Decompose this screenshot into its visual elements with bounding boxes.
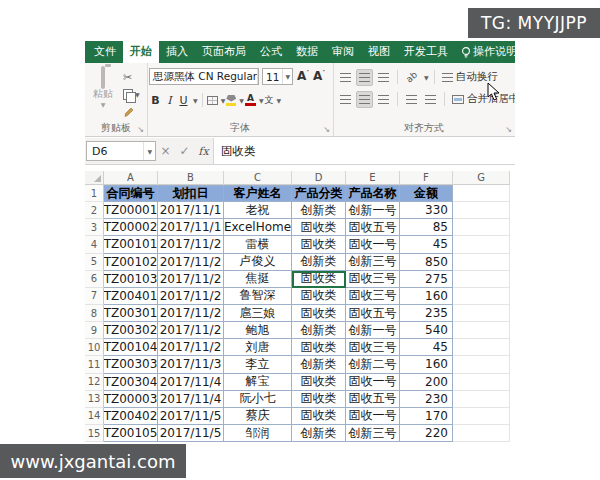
confirm-entry-button[interactable]: ✓ (175, 144, 194, 158)
ribbon-tab-开发工具[interactable]: 开发工具 (397, 41, 455, 63)
format-painter-button[interactable] (123, 103, 145, 120)
select-all-corner[interactable] (85, 171, 104, 185)
cell-E11[interactable]: 创新二号 (346, 356, 400, 373)
cell-B5[interactable]: 2017/11/2 (158, 254, 224, 271)
cell-D13[interactable]: 固收类 (292, 391, 346, 408)
cell-C5[interactable]: 卢俊义 (224, 254, 292, 271)
cut-button[interactable]: ✂ (123, 69, 145, 86)
name-box[interactable]: D6 ▼ (86, 141, 156, 161)
ribbon-tab-页面布局[interactable]: 页面布局 (195, 41, 253, 63)
cell-F6[interactable]: 275 (400, 271, 453, 288)
cell-E6[interactable]: 固收三号 (346, 271, 400, 288)
cell-B12[interactable]: 2017/11/4 (158, 374, 224, 391)
column-header-C[interactable]: C (224, 171, 292, 185)
cell-G15[interactable] (453, 425, 510, 442)
cell-E12[interactable]: 固收一号 (346, 374, 400, 391)
cell-B3[interactable]: 2017/11/1 (158, 219, 224, 236)
cell-F13[interactable]: 230 (400, 391, 453, 408)
cell-F3[interactable]: 85 (400, 219, 453, 236)
cell-D15[interactable]: 创新类 (292, 425, 346, 442)
cell-B15[interactable]: 2017/11/5 (158, 425, 224, 442)
cell-B2[interactable]: 2017/11/1 (158, 202, 224, 219)
cell-G3[interactable] (453, 219, 510, 236)
cell-B13[interactable]: 2017/11/4 (158, 391, 224, 408)
cell-G9[interactable] (453, 322, 510, 339)
alignment-dialog-launcher-icon[interactable]: ↘ (505, 126, 512, 134)
row-header-9[interactable]: 9 (85, 322, 104, 339)
cell-G12[interactable] (453, 374, 510, 391)
cell-G8[interactable] (453, 305, 510, 322)
column-header-E[interactable]: E (346, 171, 400, 185)
column-header-F[interactable]: F (400, 171, 453, 185)
row-header-4[interactable]: 4 (85, 236, 104, 253)
cell-B6[interactable]: 2017/11/2 (158, 271, 224, 288)
tell-me-lightbulb-icon[interactable] (461, 41, 471, 63)
cell-A2[interactable]: TZ00001 (104, 202, 158, 219)
cell-C9[interactable]: 鲍旭 (224, 322, 292, 339)
ribbon-tab-插入[interactable]: 插入 (159, 41, 195, 63)
cell-E14[interactable]: 固收一号 (346, 408, 400, 425)
tell-me-box[interactable]: 操作说明 (473, 41, 515, 63)
cell-F2[interactable]: 330 (400, 202, 453, 219)
row-header-5[interactable]: 5 (85, 254, 104, 271)
phonetic-guide-icon[interactable]: 文 (265, 95, 274, 105)
cell-E15[interactable]: 创新三号 (346, 425, 400, 442)
cell-B14[interactable]: 2017/11/5 (158, 408, 224, 425)
cell-B7[interactable]: 2017/11/2 (158, 288, 224, 305)
cell-B10[interactable]: 2017/11/2 (158, 339, 224, 356)
orientation-button[interactable]: ab (403, 69, 420, 86)
cell-C4[interactable]: 雷横 (224, 236, 292, 253)
font-color-dropdown-icon[interactable]: ▼ (259, 97, 264, 104)
cell-D5[interactable]: 创新类 (292, 254, 346, 271)
middle-align-button[interactable] (356, 69, 373, 86)
cell-G13[interactable] (453, 391, 510, 408)
font-size-dropdown-icon[interactable]: ▼ (282, 69, 292, 84)
cell-A1[interactable]: 合同编号 (104, 185, 158, 202)
cell-E4[interactable]: 固收一号 (346, 236, 400, 253)
fill-color-dropdown-icon[interactable]: ▼ (239, 97, 244, 104)
cell-A6[interactable]: TZ00103 (104, 271, 158, 288)
borders-icon[interactable] (207, 96, 218, 105)
cell-C2[interactable]: 老祝 (224, 202, 292, 219)
cell-F12[interactable]: 200 (400, 374, 453, 391)
cell-G5[interactable] (453, 254, 510, 271)
cell-D2[interactable]: 创新类 (292, 202, 346, 219)
row-header-14[interactable]: 14 (85, 408, 104, 425)
row-header-1[interactable]: 1 (85, 185, 104, 202)
cell-E8[interactable]: 固收五号 (346, 305, 400, 322)
cell-D7[interactable]: 固收类 (292, 288, 346, 305)
cell-B4[interactable]: 2017/11/2 (158, 236, 224, 253)
cell-E13[interactable]: 固收五号 (346, 391, 400, 408)
paste-button[interactable]: 粘贴 ▼ (88, 68, 118, 120)
column-header-D[interactable]: D (292, 171, 346, 185)
cell-F1[interactable]: 金额 (400, 185, 453, 202)
cell-C13[interactable]: 阮小七 (224, 391, 292, 408)
column-header-A[interactable]: A (104, 171, 158, 185)
cell-B9[interactable]: 2017/11/2 (158, 322, 224, 339)
cell-A14[interactable]: TZ00402 (104, 408, 158, 425)
cell-C12[interactable]: 解宝 (224, 374, 292, 391)
orientation-dropdown-icon[interactable]: ▼ (424, 74, 429, 81)
cell-F8[interactable]: 235 (400, 305, 453, 322)
cell-D10[interactable]: 固收类 (292, 339, 346, 356)
cell-C15[interactable]: 邹润 (224, 425, 292, 442)
cancel-entry-button[interactable]: × (156, 144, 175, 158)
borders-dropdown-icon[interactable]: ▼ (221, 97, 226, 104)
cell-D3[interactable]: 固收类 (292, 219, 346, 236)
column-header-B[interactable]: B (158, 171, 224, 185)
cell-D12[interactable]: 固收类 (292, 374, 346, 391)
cell-C10[interactable]: 刘唐 (224, 339, 292, 356)
underline-dropdown-icon[interactable]: ▼ (193, 97, 198, 104)
align-right-button[interactable] (375, 91, 392, 108)
cell-G10[interactable] (453, 339, 510, 356)
cell-A4[interactable]: TZ00101 (104, 236, 158, 253)
cell-E9[interactable]: 创新一号 (346, 322, 400, 339)
font-name-combo[interactable]: 思源黑体 CN Regular ▼ (149, 68, 259, 85)
row-header-11[interactable]: 11 (85, 356, 104, 373)
cell-C6[interactable]: 焦挺 (224, 271, 292, 288)
font-color-icon[interactable]: A (245, 94, 256, 106)
bold-button[interactable]: B (149, 92, 162, 108)
column-header-G[interactable]: G (453, 171, 510, 185)
cell-A12[interactable]: TZ00304 (104, 374, 158, 391)
increase-font-size-button[interactable]: Aˆ (297, 69, 309, 83)
